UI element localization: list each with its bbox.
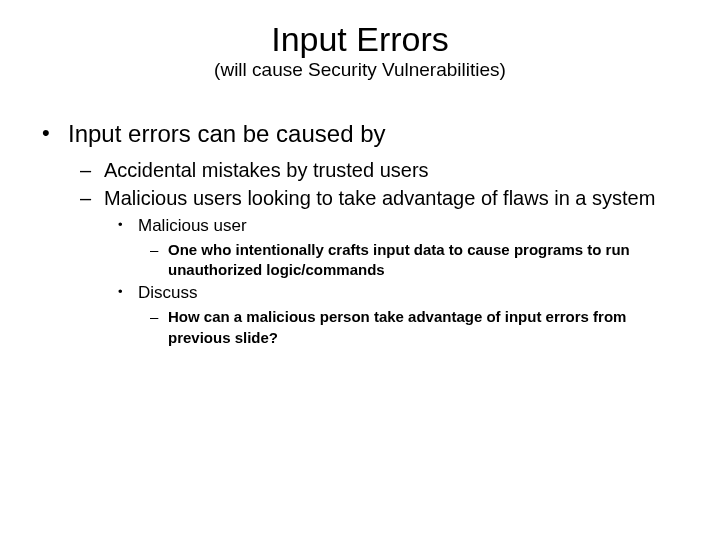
bullet-l4: One who intentionally crafts input data … bbox=[138, 240, 692, 281]
bullet-l3-text: Malicious user bbox=[138, 216, 247, 235]
bullet-l2-text: Malicious users looking to take advantag… bbox=[104, 187, 655, 209]
bullet-l3-text: Discuss bbox=[138, 283, 198, 302]
bullet-l1: Input errors can be caused by Accidental… bbox=[28, 119, 692, 348]
bullet-l3: Discuss How can a malicious person take … bbox=[104, 282, 692, 347]
bullet-l3: Malicious user One who intentionally cra… bbox=[104, 215, 692, 280]
bullet-l4: How can a malicious person take advantag… bbox=[138, 307, 692, 348]
bullet-l2-text: Accidental mistakes by trusted users bbox=[104, 159, 429, 181]
slide-title: Input Errors bbox=[28, 20, 692, 59]
bullet-l2: Malicious users looking to take advantag… bbox=[68, 185, 692, 348]
slide-subtitle: (will cause Security Vulnerabilities) bbox=[28, 59, 692, 81]
bullet-l2: Accidental mistakes by trusted users bbox=[68, 157, 692, 183]
bullet-l4-text: One who intentionally crafts input data … bbox=[168, 241, 630, 278]
bullet-l1-text: Input errors can be caused by bbox=[68, 120, 386, 147]
bullet-l4-text: How can a malicious person take advantag… bbox=[168, 308, 626, 345]
slide-content: Input errors can be caused by Accidental… bbox=[28, 119, 692, 348]
